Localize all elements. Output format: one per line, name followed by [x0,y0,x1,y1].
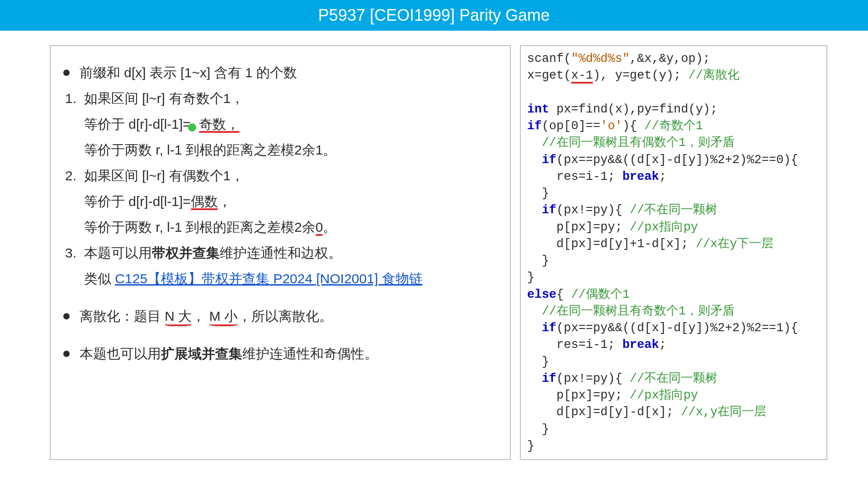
text: 类似 [84,271,115,286]
text-post: 维护连通性和奇偶性。 [242,346,378,361]
text: 本题也可以用扩展域并查集维护连通性和奇偶性。 [80,341,378,366]
code-line: } [527,355,549,369]
text: 等价于 d[r]-d[l-1]= [84,194,191,209]
bullet-icon [63,313,70,319]
bold-extended-dsu: 扩展域并查集 [161,346,242,361]
code-line: } [527,187,549,200]
code-line: } [527,254,549,267]
number-label: 2. [65,163,84,188]
text: 如果区间 [l~r] 有奇数个1， [84,85,244,111]
code-line: //在同一颗树且有偶数个1，则矛盾 [527,136,735,150]
spacer [63,329,497,341]
code-line: res=i-1; break; [527,338,666,352]
underline-odd: 奇数， [199,117,240,131]
item-2-line3: 等价于两数 r, l-1 到根的距离之差模2余0。 [63,214,497,240]
item-1-line3: 等价于两数 r, l-1 到根的距离之差模2余1。 [63,137,497,163]
code-line: p[px]=py; //px指向py [527,221,698,234]
code-line: if(px!=py){ //不在同一颗树 [527,203,717,217]
text: 等价于两数 r, l-1 到根的距离之差模2余 [84,220,316,235]
text: 。 [323,220,336,235]
number-label: 3. [65,240,84,266]
text: 等价于两数 r, l-1 到根的距离之差模2余1。 [84,142,336,157]
text: 等价于 d[r]-d[l-1]= [84,117,191,131]
text: 如果区间 [l~r] 有偶数个1， [84,163,244,188]
underline-m-small: M 小 [209,309,238,324]
text-mid: ， [192,309,209,324]
underline-even: 偶数 [191,194,218,209]
text-pre: 本题也可以用 [80,346,161,361]
code-line: else{ //偶数个1 [527,288,630,301]
item-3-line2: 类似 C125【模板】带权并查集 P2024 [NOI2001] 食物链 [63,266,497,291]
code-line: if(op[0]=='o'){ //奇数个1 [527,119,703,133]
item-1-line2: 等价于 d[r]-d[l-1]=奇数， [63,111,497,137]
spacer [63,291,497,303]
item-2: 2. 如果区间 [l~r] 有偶数个1， [63,163,497,188]
code-line: p[px]=py; //px指向py [527,389,698,402]
bold-weighted-dsu: 带权并查集 [152,245,220,260]
page-title-bar: P5937 [CEOI1999] Parity Game [0,0,868,31]
underline-n-big: N 大 [165,309,192,324]
pointer-dot-icon [188,123,196,131]
bullet-prefix-sum: 前缀和 d[x] 表示 [1~x] 含有 1 的个数 [63,60,497,85]
underline-x-minus-1: x-1 [571,69,593,82]
code-line: if(px!=py){ //不在同一颗树 [527,372,717,385]
text: ， [218,194,231,209]
text-post: 维护连通性和边权。 [220,245,342,260]
code-line: //在同一颗树且有奇数个1，则矛盾 [527,305,735,318]
bullet-icon [63,70,70,76]
bullet-extended-dsu: 本题也可以用扩展域并查集维护连通性和奇偶性。 [63,341,497,366]
bullet-discretize: 离散化：题目 N 大， M 小，所以离散化。 [63,303,497,329]
code-line: d[px]=d[y]-d[x]; //x,y在同一层 [527,405,766,419]
number-label: 1. [65,85,84,111]
link-food-chain[interactable]: C125【模板】带权并查集 P2024 [NOI2001] 食物链 [115,271,422,286]
code-line: scanf("%d%d%s",&x,&y,op); [527,52,710,66]
text: 离散化：题目 N 大， M 小，所以离散化。 [80,303,333,329]
text-post: ，所以离散化。 [238,309,333,324]
code-line: res=i-1; break; [527,170,666,183]
text-pre: 离散化：题目 [80,309,165,324]
page-title: P5937 [CEOI1999] Parity Game [318,6,550,25]
content-area: 前缀和 d[x] 表示 [1~x] 含有 1 的个数 1. 如果区间 [l~r]… [0,31,868,460]
code-line: } [527,271,534,284]
text: 前缀和 d[x] 表示 [1~x] 含有 1 的个数 [80,60,297,85]
code-line: } [527,439,534,453]
code-line: x=get(x-1), y=get(y); //离散化 [527,69,740,82]
bullet-icon [63,351,70,357]
code-line: if(px==py&&((d[x]-d[y])%2+2)%2==1){ [527,321,798,335]
text-pre: 本题可以用 [84,245,152,260]
code-panel: scanf("%d%d%s",&x,&y,op); x=get(x-1), y=… [520,45,827,460]
item-1: 1. 如果区间 [l~r] 有奇数个1， [63,85,497,111]
underline-zero: 0 [316,220,323,235]
code-line: int px=find(x),py=find(y); [527,103,717,116]
code-line: } [527,422,549,436]
item-2-line2: 等价于 d[r]-d[l-1]=偶数， [63,188,497,214]
text: 本题可以用带权并查集维护连通性和边权。 [84,240,342,266]
item-3: 3. 本题可以用带权并查集维护连通性和边权。 [63,240,497,266]
code-line: if(px==py&&((d[x]-d[y])%2+2)%2==0){ [527,153,798,167]
explanation-panel: 前缀和 d[x] 表示 [1~x] 含有 1 的个数 1. 如果区间 [l~r]… [50,45,511,460]
code-line: d[px]=d[y]+1-d[x]; //x在y下一层 [527,237,774,251]
